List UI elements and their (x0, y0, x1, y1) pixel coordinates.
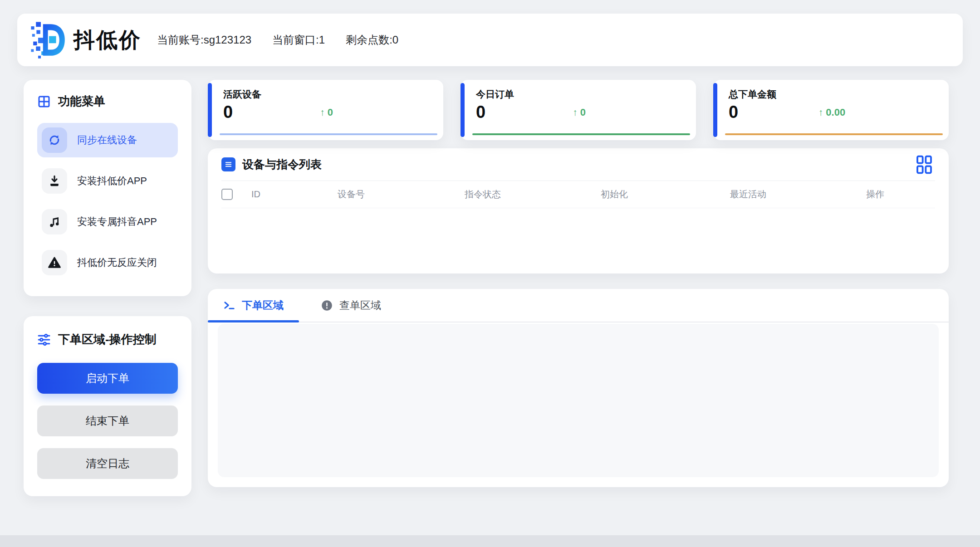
function-menu-title-label: 功能菜单 (58, 93, 105, 109)
clear-log-button[interactable]: 清空日志 (37, 448, 178, 479)
up-arrow-icon: ↑ (818, 107, 823, 118)
log-output-panel (218, 324, 939, 477)
app-logo: 抖低价 (31, 21, 142, 59)
stat-title: 活跃设备 (223, 88, 430, 101)
tab-label: 查单区域 (339, 298, 381, 313)
stat-value: 0 (729, 103, 738, 122)
table-empty-body (221, 208, 935, 272)
stat-title: 总下单金额 (729, 88, 935, 101)
column-header-last-activity: 最近活动 (730, 188, 866, 200)
sidebar-item-force-close[interactable]: 抖低价无反应关闭 (37, 245, 178, 280)
stat-title: 今日订单 (476, 88, 682, 101)
up-arrow-icon: ↑ (320, 107, 325, 118)
layout-grid-icon[interactable] (913, 153, 935, 176)
column-header-device: 设备号 (338, 188, 465, 200)
tab-bar: 下单区域 查单区域 (208, 289, 949, 322)
start-order-button[interactable]: 启动下单 (37, 363, 178, 394)
stat-card-active-devices: 活跃设备 0 ↑ 0 (208, 80, 443, 140)
stat-card-today-orders: 今日订单 0 ↑ 0 (461, 80, 696, 140)
warning-icon (42, 250, 67, 275)
stop-order-button[interactable]: 结束下单 (37, 405, 178, 436)
sidebar-item-install-doudijia-app[interactable]: 安装抖低价APP (37, 164, 178, 198)
remaining-points-text: 剩余点数:0 (346, 33, 398, 47)
sidebar-item-label: 同步在线设备 (77, 133, 137, 147)
stat-value: 0 (223, 103, 233, 122)
order-control-card: 下单区域-操作控制 启动下单 结束下单 清空日志 (24, 316, 191, 496)
terminal-icon (223, 299, 235, 312)
device-table-card: 设备与指令列表 ID 设备号 指令状态 初始化 最近活动 操作 (208, 148, 949, 274)
app-title: 抖低价 (74, 26, 142, 54)
column-header-command-status: 指令状态 (465, 188, 601, 200)
stat-underline (472, 133, 690, 135)
up-arrow-icon: ↑ (573, 107, 578, 118)
select-all-checkbox[interactable] (221, 189, 233, 200)
main-area: 活跃设备 0 ↑ 0 今日订单 0 ↑ 0 (208, 80, 949, 487)
function-menu-card: 功能菜单 同步在线设备 (24, 80, 191, 296)
tab-label: 下单区域 (242, 298, 284, 313)
sidebar: 功能菜单 同步在线设备 (24, 80, 191, 496)
column-header-actions: 操作 (866, 188, 935, 200)
download-icon (42, 168, 67, 194)
sidebar-item-label: 安装专属抖音APP (77, 215, 157, 229)
order-area-card: 下单区域 查单区域 (208, 289, 949, 487)
alert-circle-icon (321, 299, 333, 312)
app-logo-icon (31, 21, 67, 59)
sidebar-item-sync-devices[interactable]: 同步在线设备 (37, 123, 178, 157)
sliders-icon (37, 333, 51, 347)
sidebar-item-install-douyin-app[interactable]: 安装专属抖音APP (37, 205, 178, 239)
table-header-row: ID 设备号 指令状态 初始化 最近活动 操作 (221, 181, 935, 208)
sidebar-item-label: 抖低价无反应关闭 (77, 256, 157, 269)
bottom-strip (0, 535, 980, 547)
tab-order-area[interactable]: 下单区域 (208, 289, 299, 322)
stat-underline (220, 133, 437, 135)
refresh-icon (42, 127, 67, 153)
sidebar-item-label: 安装抖低价APP (77, 174, 147, 188)
current-account-text: 当前账号:sg123123 (157, 33, 251, 47)
device-table-title: 设备与指令列表 (242, 157, 322, 172)
order-control-title: 下单区域-操作控制 (37, 332, 178, 347)
stat-value: 0 (476, 103, 485, 122)
column-header-init: 初始化 (601, 188, 730, 200)
column-header-id: ID (251, 189, 338, 200)
stat-underline (725, 133, 943, 135)
stat-delta: ↑ 0.00 (818, 107, 845, 118)
grid-icon (37, 95, 51, 108)
header-bar: 抖低价 当前账号:sg123123 当前窗口:1 剩余点数:0 (17, 14, 963, 66)
music-note-icon (42, 209, 67, 234)
stat-card-total-amount: 总下单金额 0 ↑ 0.00 (713, 80, 949, 140)
stat-delta: ↑ 0 (320, 107, 333, 118)
stat-delta: ↑ 0 (573, 107, 586, 118)
order-control-title-label: 下单区域-操作控制 (58, 332, 157, 347)
list-icon (221, 157, 235, 171)
tab-query-area[interactable]: 查单区域 (305, 289, 397, 322)
current-window-text: 当前窗口:1 (272, 33, 325, 47)
function-menu-title: 功能菜单 (37, 93, 178, 109)
